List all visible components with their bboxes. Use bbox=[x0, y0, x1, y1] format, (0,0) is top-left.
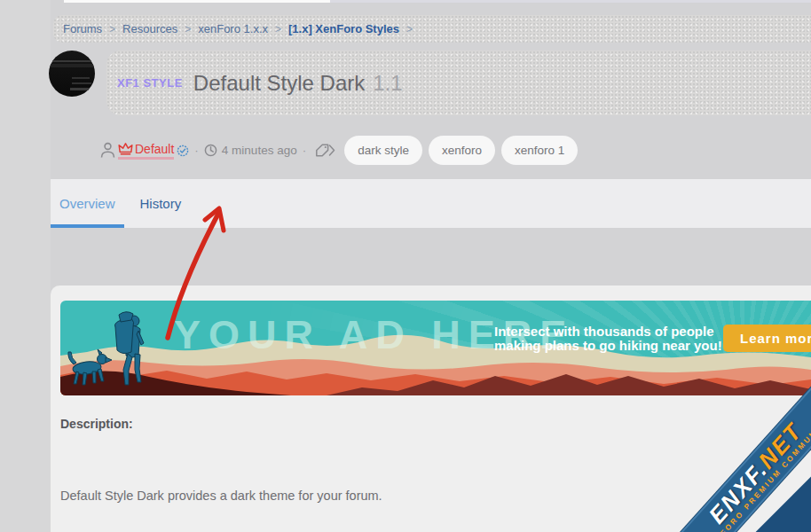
resource-title-bar: XF1 STYLE Default Style Dark 1.1 bbox=[106, 51, 811, 115]
resource-meta-row: Default · 4 minutes ago · dark style xen… bbox=[100, 134, 584, 167]
tab-bar: Overview History bbox=[51, 179, 811, 228]
tab-overview-label: Overview bbox=[59, 196, 115, 211]
clock-icon bbox=[204, 144, 217, 157]
avatar-thumbnail-detail bbox=[72, 77, 90, 79]
breadcrumb-separator: > bbox=[185, 23, 191, 35]
avatar-thumbnail-detail bbox=[49, 64, 95, 67]
resource-page: Forums > Resources > xenForo 1.x.x > [1.… bbox=[0, 0, 811, 532]
tag-pill-xenforo-1[interactable]: xenforo 1 bbox=[501, 136, 578, 165]
top-edge-sliver-right bbox=[330, 0, 811, 3]
breadcrumb-link-resources[interactable]: Resources bbox=[122, 22, 177, 35]
resource-avatar[interactable] bbox=[49, 51, 95, 97]
description-text: Default Style Dark provides a dark theme… bbox=[60, 489, 382, 503]
tab-history[interactable]: History bbox=[131, 179, 191, 228]
avatar-thumbnail-detail bbox=[70, 88, 91, 90]
last-update-time[interactable]: 4 minutes ago bbox=[222, 144, 297, 157]
tab-history-label: History bbox=[140, 196, 182, 211]
learn-more-button[interactable]: Learn more bbox=[723, 325, 811, 352]
breadcrumb-link-xenforo-styles[interactable]: [1.x] XenForo Styles bbox=[288, 22, 399, 35]
ad-copy-line2: making plans to go hiking near you! bbox=[494, 339, 722, 353]
meta-separator: · bbox=[194, 144, 199, 157]
breadcrumb-link-xenforo-1xx[interactable]: xenForo 1.x.x bbox=[198, 22, 268, 35]
description-heading: Description: bbox=[60, 417, 133, 431]
user-icon bbox=[100, 142, 115, 159]
overview-content-card: YOUR AD HERE Intersect with thousands of… bbox=[51, 286, 811, 532]
breadcrumb-separator: > bbox=[406, 23, 413, 35]
resource-title: Default Style Dark bbox=[193, 71, 365, 96]
tab-overview[interactable]: Overview bbox=[51, 179, 124, 228]
ad-copy: Intersect with thousands of people makin… bbox=[494, 325, 722, 353]
author-name[interactable]: Default bbox=[135, 142, 174, 156]
left-gutter bbox=[0, 0, 51, 532]
meta-separator: · bbox=[303, 144, 307, 157]
ad-copy-line1: Intersect with thousands of people bbox=[494, 325, 722, 339]
top-edge-sliver bbox=[64, 0, 330, 3]
verified-badge-icon bbox=[177, 145, 189, 157]
prefix-badge[interactable]: XF1 STYLE bbox=[117, 76, 183, 90]
ad-banner[interactable]: YOUR AD HERE Intersect with thousands of… bbox=[60, 301, 811, 395]
crown-icon bbox=[118, 142, 133, 155]
avatar-thumbnail-detail bbox=[52, 60, 91, 62]
tag-pill-dark-style[interactable]: dark style bbox=[344, 136, 422, 165]
tag-pill-xenforo[interactable]: xenforo bbox=[429, 136, 495, 165]
breadcrumb-link-forums[interactable]: Forums bbox=[63, 22, 102, 35]
breadcrumb: Forums > Resources > xenForo 1.x.x > [1.… bbox=[53, 15, 811, 43]
tags-icon bbox=[315, 143, 335, 158]
resource-version: 1.1 bbox=[373, 71, 402, 96]
breadcrumb-separator: > bbox=[275, 23, 281, 35]
avatar-thumbnail-detail bbox=[72, 82, 91, 84]
breadcrumb-separator: > bbox=[109, 23, 115, 35]
author-link[interactable]: Default bbox=[118, 142, 174, 160]
